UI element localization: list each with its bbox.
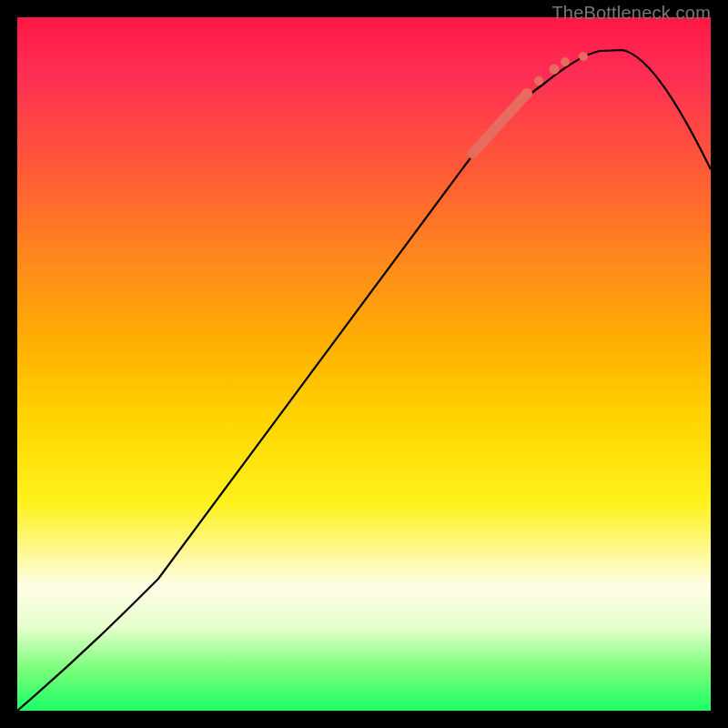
highlight-dot bbox=[579, 52, 588, 61]
highlight-dot bbox=[521, 88, 532, 99]
highlight-dot bbox=[534, 76, 543, 86]
curve-path bbox=[17, 50, 711, 711]
highlight-markers bbox=[472, 52, 588, 154]
bottleneck-curve bbox=[17, 50, 711, 711]
chart-plot-area: TheBottleneck.com bbox=[17, 17, 711, 711]
highlight-dot bbox=[561, 57, 570, 66]
chart-svg bbox=[17, 17, 711, 711]
highlight-thick-segment bbox=[472, 94, 527, 154]
highlight-dot bbox=[550, 65, 560, 75]
